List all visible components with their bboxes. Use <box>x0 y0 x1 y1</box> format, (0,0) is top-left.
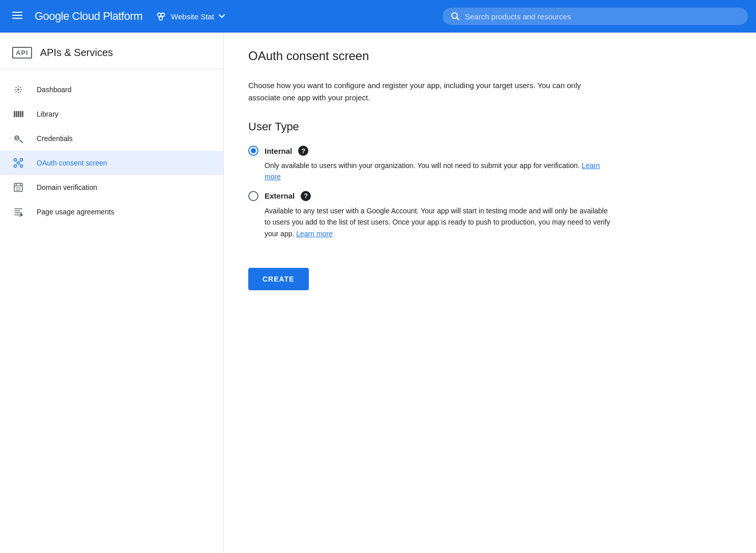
external-description: Available to any test user with a Google… <box>265 205 610 239</box>
app-title: Google Cloud Platform <box>35 10 142 23</box>
page-title: OAuth consent screen <box>248 49 732 63</box>
credentials-label: Credentials <box>37 134 73 143</box>
external-help-icon[interactable]: ? <box>301 191 311 201</box>
internal-description: Only available to users within your orga… <box>265 160 610 183</box>
search-icon <box>451 12 460 21</box>
svg-point-19 <box>20 165 23 168</box>
svg-rect-13 <box>22 111 23 117</box>
page-usage-label: Page usage agreements <box>37 208 114 216</box>
svg-point-4 <box>161 13 165 17</box>
content-area: OAuth consent screen Choose how you want… <box>224 33 756 553</box>
api-badge: API <box>12 47 32 59</box>
main-layout: API APIs & Services Dashboard <box>0 33 756 553</box>
external-radio[interactable] <box>248 191 258 201</box>
internal-radio[interactable] <box>248 146 258 156</box>
search-bar[interactable] <box>443 8 748 25</box>
external-label-row: External ? <box>248 191 732 201</box>
external-label[interactable]: External <box>265 191 295 200</box>
svg-rect-9 <box>14 111 15 117</box>
svg-rect-1 <box>12 15 22 16</box>
svg-point-8 <box>17 89 19 91</box>
sidebar-item-dashboard[interactable]: Dashboard <box>0 77 223 102</box>
dashboard-label: Dashboard <box>37 86 72 94</box>
svg-point-16 <box>14 159 17 161</box>
oauth-icon <box>12 157 24 169</box>
project-name: Website Stat <box>171 12 214 21</box>
sidebar-title: APIs & Services <box>40 47 113 59</box>
sidebar-item-credentials[interactable]: Credentials <box>0 126 223 151</box>
external-learn-more-link[interactable]: Learn more <box>296 230 333 238</box>
project-selector[interactable]: Website Stat <box>151 8 229 24</box>
sidebar-nav: Dashboard Library <box>0 69 223 232</box>
svg-point-5 <box>159 17 163 20</box>
svg-rect-21 <box>14 183 22 191</box>
description-text: Choose how you want to configure and reg… <box>248 79 615 104</box>
domain-label: Domain verification <box>37 183 97 191</box>
search-input[interactable] <box>465 12 740 21</box>
svg-rect-0 <box>12 12 22 13</box>
external-option: External ? Available to any test user wi… <box>248 191 732 239</box>
sidebar-item-library[interactable]: Library <box>0 102 223 126</box>
internal-help-icon[interactable]: ? <box>298 146 308 156</box>
svg-line-7 <box>457 18 459 20</box>
oauth-label: OAuth consent screen <box>37 159 107 167</box>
sidebar-item-page-usage[interactable]: Page usage agreements <box>0 200 223 224</box>
svg-point-3 <box>158 13 161 17</box>
create-button[interactable]: CREATE <box>248 268 309 290</box>
svg-rect-11 <box>18 111 19 117</box>
user-type-heading: User Type <box>248 120 732 133</box>
sidebar-item-oauth[interactable]: OAuth consent screen <box>0 151 223 175</box>
sidebar-item-domain[interactable]: Domain verification <box>0 175 223 200</box>
credentials-icon <box>12 132 24 145</box>
dashboard-icon <box>12 84 24 96</box>
library-icon <box>12 108 24 120</box>
internal-label[interactable]: Internal <box>265 147 292 155</box>
domain-icon <box>12 181 24 193</box>
user-type-options: Internal ? Only available to users withi… <box>248 146 732 247</box>
hamburger-menu[interactable] <box>8 6 26 27</box>
svg-rect-12 <box>20 111 21 117</box>
svg-rect-10 <box>16 111 17 117</box>
sidebar: API APIs & Services Dashboard <box>0 33 224 553</box>
internal-option: Internal ? Only available to users withi… <box>248 146 732 183</box>
project-icon <box>155 10 167 22</box>
svg-point-20 <box>17 162 20 164</box>
library-label: Library <box>37 110 59 118</box>
internal-label-row: Internal ? <box>248 146 732 156</box>
svg-point-18 <box>14 165 17 168</box>
page-usage-icon <box>12 206 24 218</box>
chevron-down-icon <box>218 13 225 20</box>
svg-point-17 <box>20 159 23 161</box>
svg-rect-2 <box>12 18 22 19</box>
sidebar-header: API APIs & Services <box>0 37 223 69</box>
top-navigation: Google Cloud Platform Website Stat <box>0 0 756 33</box>
